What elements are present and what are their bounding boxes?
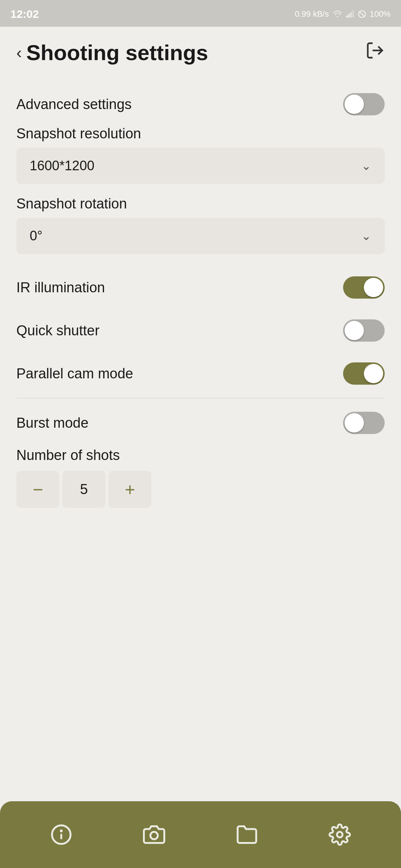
- ir-illumination-row: IR illumination: [16, 266, 385, 309]
- main-content: ‹ Shooting settings Advanced settings Sn…: [0, 27, 401, 801]
- network-speed: 0.99 kB/s: [295, 9, 329, 19]
- toggle-knob-ir: [364, 278, 383, 297]
- burst-mode-toggle[interactable]: [343, 412, 385, 434]
- snapshot-resolution-dropdown[interactable]: 1600*1200 ⌄: [16, 148, 385, 184]
- stepper: − 5 +: [16, 471, 385, 508]
- bottom-nav: [0, 801, 401, 868]
- snapshot-rotation-dropdown[interactable]: 0° ⌄: [16, 218, 385, 254]
- status-icons: 0.99 kB/s 100%: [295, 9, 391, 19]
- back-button[interactable]: ‹: [16, 45, 22, 61]
- svg-point-9: [150, 832, 158, 839]
- svg-line-5: [359, 11, 365, 17]
- number-of-shots-label: Number of shots: [16, 447, 385, 463]
- svg-point-10: [337, 832, 343, 838]
- quick-shutter-row: Quick shutter: [16, 309, 385, 352]
- decrement-button[interactable]: −: [16, 471, 59, 508]
- advanced-settings-toggle[interactable]: [343, 93, 385, 115]
- quick-shutter-label: Quick shutter: [16, 323, 100, 339]
- wifi-icon: [333, 10, 342, 18]
- parallel-cam-mode-label: Parallel cam mode: [16, 366, 133, 382]
- shots-value: 5: [62, 471, 105, 508]
- info-icon: [50, 823, 72, 846]
- burst-mode-label: Burst mode: [16, 415, 88, 431]
- svg-rect-2: [351, 12, 352, 18]
- status-bar: 12:02 0.99 kB/s 100%: [0, 0, 401, 27]
- number-of-shots-section: Number of shots − 5 +: [16, 447, 385, 508]
- page-title: Shooting settings: [26, 40, 208, 65]
- nav-item-folder[interactable]: [232, 820, 262, 849]
- camera-icon: [143, 823, 165, 846]
- advanced-settings-row: Advanced settings: [16, 83, 385, 126]
- toggle-knob-bm: [345, 413, 364, 433]
- chevron-down-icon-2: ⌄: [361, 229, 371, 243]
- nav-item-camera[interactable]: [139, 820, 169, 849]
- folder-icon: [236, 823, 258, 846]
- snapshot-resolution-value: 1600*1200: [30, 158, 94, 174]
- nav-item-info[interactable]: [46, 820, 76, 849]
- snapshot-rotation-label: Snapshot rotation: [16, 196, 385, 212]
- burst-mode-row: Burst mode: [16, 401, 385, 444]
- svg-rect-3: [352, 10, 354, 17]
- blocked-icon: [358, 10, 366, 18]
- ir-illumination-toggle[interactable]: [343, 276, 385, 299]
- parallel-cam-mode-row: Parallel cam mode: [16, 352, 385, 395]
- snapshot-resolution-section: Snapshot resolution 1600*1200 ⌄: [16, 126, 385, 184]
- snapshot-rotation-value: 0°: [30, 228, 42, 244]
- snapshot-rotation-section: Snapshot rotation 0° ⌄: [16, 196, 385, 254]
- export-icon[interactable]: [365, 41, 385, 64]
- snapshot-resolution-label: Snapshot resolution: [16, 126, 385, 142]
- nav-item-settings[interactable]: [325, 820, 355, 849]
- page-header: ‹ Shooting settings: [16, 40, 385, 65]
- divider: [16, 398, 385, 398]
- header-left: ‹ Shooting settings: [16, 40, 208, 65]
- status-time: 12:02: [10, 8, 39, 20]
- svg-rect-0: [346, 16, 348, 17]
- quick-shutter-toggle[interactable]: [343, 319, 385, 342]
- toggle-knob: [345, 95, 364, 114]
- toggle-knob-pcm: [364, 364, 383, 383]
- increment-button[interactable]: +: [108, 471, 151, 508]
- gear-icon: [329, 823, 351, 846]
- battery-level: 100%: [370, 9, 391, 19]
- chevron-down-icon: ⌄: [361, 159, 371, 173]
- toggle-knob-qs: [345, 321, 364, 340]
- signal-icon: [346, 10, 354, 18]
- advanced-settings-label: Advanced settings: [16, 96, 132, 112]
- parallel-cam-mode-toggle[interactable]: [343, 362, 385, 385]
- ir-illumination-label: IR illumination: [16, 280, 105, 296]
- svg-rect-1: [348, 14, 350, 17]
